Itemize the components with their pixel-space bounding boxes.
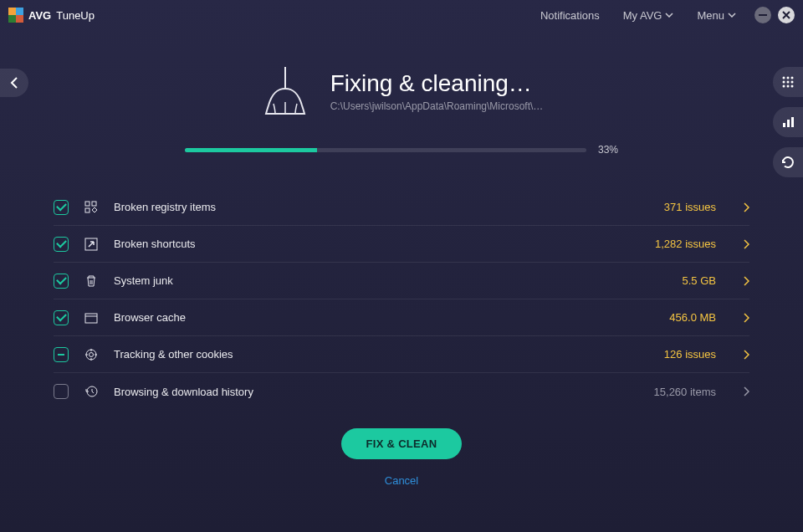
- undo-icon: [780, 155, 795, 170]
- minimize-icon: [759, 14, 767, 16]
- close-button[interactable]: [778, 7, 795, 23]
- back-button[interactable]: [0, 69, 28, 97]
- row-value: 456.0 MB: [669, 311, 716, 324]
- svg-point-19: [90, 352, 94, 356]
- menu-label: Menu: [697, 9, 724, 22]
- chevron-down-icon: [728, 13, 736, 18]
- svg-point-5: [787, 81, 790, 84]
- row-expand-system-junk[interactable]: [743, 276, 749, 286]
- shortcut-icon: [84, 237, 99, 252]
- list-row-browsing-history: Browsing & download history15,260 items: [54, 373, 749, 410]
- progress-percent: 33%: [598, 144, 618, 156]
- right-rail: [773, 67, 803, 177]
- svg-point-9: [791, 85, 794, 88]
- target-icon: [84, 347, 99, 362]
- stats-button[interactable]: [773, 107, 803, 137]
- minimize-button[interactable]: [754, 7, 771, 23]
- my-avg-label: My AVG: [623, 9, 662, 22]
- row-expand-tracking-cookies[interactable]: [743, 350, 749, 360]
- header-panel: Fixing & cleaning… C:\Users\jwilson\AppD…: [0, 64, 803, 156]
- svg-rect-17: [85, 314, 97, 323]
- svg-rect-12: [791, 117, 794, 127]
- my-avg-menu[interactable]: My AVG: [623, 9, 674, 22]
- trash-icon: [84, 274, 99, 289]
- row-value: 126 issues: [664, 348, 716, 361]
- current-path: C:\Users\jwilson\AppData\Roaming\Microso…: [330, 100, 544, 112]
- chevron-right-icon: [743, 313, 749, 323]
- svg-rect-10: [783, 123, 785, 127]
- notifications-label: Notifications: [540, 9, 600, 22]
- row-label: Browser cache: [114, 311, 654, 324]
- svg-rect-14: [92, 202, 96, 206]
- row-value: 1,282 issues: [655, 238, 716, 250]
- checkbox-browsing-history[interactable]: [54, 384, 69, 399]
- row-expand-broken-shortcuts[interactable]: [743, 239, 749, 249]
- row-label: Tracking & other cookies: [114, 348, 649, 361]
- row-label: Broken shortcuts: [114, 238, 640, 250]
- list-row-system-junk: System junk5.5 GB: [54, 263, 749, 299]
- app-logo: AVG TuneUp: [8, 8, 95, 23]
- checkbox-browser-cache[interactable]: [54, 310, 69, 325]
- undo-button[interactable]: [773, 147, 803, 177]
- checkbox-system-junk[interactable]: [54, 274, 69, 289]
- svg-rect-11: [787, 120, 790, 127]
- chevron-down-icon: [665, 13, 673, 18]
- progress-bar: [185, 148, 586, 152]
- checkbox-broken-registry[interactable]: [54, 200, 69, 215]
- chevron-right-icon: [743, 386, 749, 396]
- cancel-button[interactable]: Cancel: [385, 474, 418, 487]
- chevron-right-icon: [743, 276, 749, 286]
- issues-list: Broken registry items371 issuesBroken sh…: [54, 189, 749, 410]
- list-row-broken-registry: Broken registry items371 issues: [54, 189, 749, 226]
- row-expand-broken-registry[interactable]: [743, 202, 749, 212]
- apps-grid-button[interactable]: [773, 67, 803, 97]
- row-value: 15,260 items: [654, 386, 716, 398]
- svg-rect-15: [85, 208, 90, 212]
- svg-point-3: [791, 77, 794, 79]
- row-value: 5.5 GB: [683, 274, 716, 287]
- row-label: System junk: [114, 274, 667, 287]
- list-row-broken-shortcuts: Broken shortcuts1,282 issues: [54, 226, 749, 263]
- progress-fill: [185, 148, 317, 152]
- notifications-link[interactable]: Notifications: [540, 9, 600, 22]
- chevron-left-icon: [10, 77, 18, 89]
- svg-point-7: [783, 85, 785, 88]
- broom-icon: [260, 64, 310, 119]
- chevron-right-icon: [743, 202, 749, 212]
- svg-point-1: [783, 77, 785, 79]
- product-name: TuneUp: [56, 9, 95, 22]
- browser-icon: [84, 310, 99, 325]
- chevron-right-icon: [743, 350, 749, 360]
- titlebar: AVG TuneUp Notifications My AVG Menu: [0, 0, 803, 30]
- avg-logo-icon: [8, 8, 23, 23]
- checkbox-tracking-cookies[interactable]: [54, 347, 69, 362]
- grid-icon: [781, 75, 795, 89]
- svg-point-4: [783, 81, 785, 84]
- row-expand-browsing-history[interactable]: [743, 386, 749, 396]
- page-title: Fixing & cleaning…: [330, 70, 544, 97]
- row-label: Browsing & download history: [114, 386, 639, 398]
- svg-point-6: [791, 81, 794, 84]
- list-row-tracking-cookies: Tracking & other cookies126 issues: [54, 336, 749, 373]
- action-footer: FIX & CLEAN Cancel: [0, 428, 803, 487]
- close-icon: [782, 11, 790, 19]
- chevron-right-icon: [743, 239, 749, 249]
- row-value: 371 issues: [664, 201, 716, 213]
- menu-dropdown[interactable]: Menu: [697, 9, 736, 22]
- svg-rect-13: [85, 202, 90, 206]
- checkbox-broken-shortcuts[interactable]: [54, 237, 69, 252]
- row-label: Broken registry items: [114, 201, 649, 213]
- fix-clean-button[interactable]: FIX & CLEAN: [341, 428, 463, 459]
- svg-rect-0: [759, 14, 767, 16]
- row-expand-browser-cache[interactable]: [743, 313, 749, 323]
- list-row-browser-cache: Browser cache456.0 MB: [54, 299, 749, 336]
- history-icon: [84, 384, 99, 399]
- svg-point-8: [787, 85, 790, 88]
- brand-prefix: AVG: [28, 9, 51, 22]
- bar-chart-icon: [781, 115, 795, 129]
- grid-icon: [84, 200, 99, 215]
- svg-point-2: [787, 77, 790, 79]
